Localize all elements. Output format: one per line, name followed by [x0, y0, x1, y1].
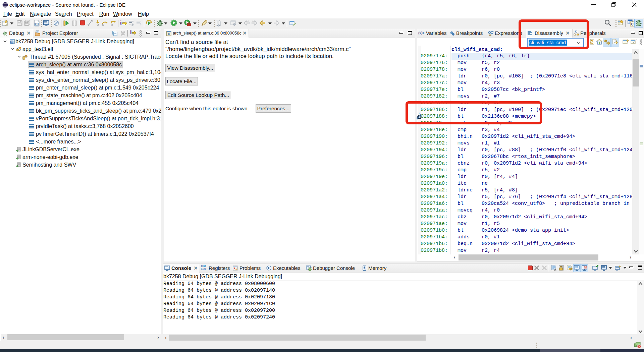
svg-text:c: c — [11, 40, 13, 44]
svg-text:010: 010 — [35, 23, 39, 26]
svg-text:x=: x= — [489, 34, 491, 36]
svg-text:c: c — [168, 32, 170, 36]
svg-text:C: C — [631, 22, 633, 26]
